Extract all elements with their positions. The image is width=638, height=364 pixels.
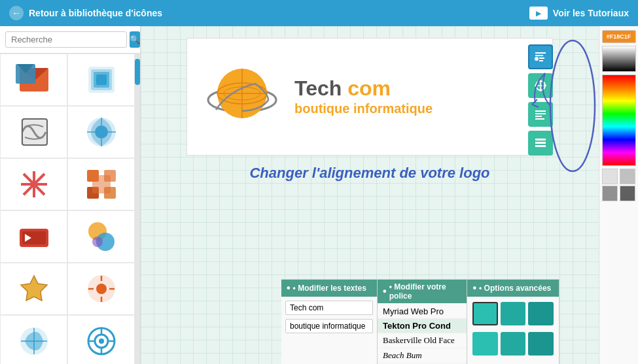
font-section-header: • Modifier votre police <box>378 280 467 303</box>
palette-swatch-2[interactable] <box>620 169 635 184</box>
main-area: 🔍 <box>0 26 638 364</box>
canvas-instruction: Changer l'alignement de votre logo <box>249 165 489 182</box>
logo-title: Tech com <box>294 78 433 99</box>
list-item[interactable] <box>0 106 67 158</box>
back-arrow-icon: ← <box>9 6 24 20</box>
logo-image <box>203 58 281 136</box>
palette-swatch-1[interactable] <box>602 169 618 184</box>
color-swatch-3[interactable] <box>528 302 554 325</box>
list-item[interactable] <box>67 54 135 106</box>
color-swatch-1[interactable] <box>472 302 498 325</box>
svg-rect-55 <box>535 139 546 141</box>
list-item[interactable] <box>67 315 135 364</box>
canvas-card: Tech com boutique informatique <box>186 38 553 156</box>
align-btn-4[interactable] <box>528 131 553 156</box>
header: ← Retour à bibliothèque d'icônes Voir le… <box>0 0 638 26</box>
align-btn-2[interactable] <box>528 73 553 98</box>
color-swatch-6[interactable] <box>528 332 554 356</box>
svg-rect-53 <box>535 116 542 117</box>
tutorial-button[interactable]: Voir les Tutoriaux <box>529 7 629 20</box>
color-swatch-2[interactable] <box>501 302 526 325</box>
color-gradient-bw[interactable] <box>602 46 636 72</box>
color-swatch-palette <box>602 169 636 201</box>
font-item-myriad[interactable]: Myriad Web Pro <box>378 305 467 319</box>
search-button[interactable]: 🔍 <box>130 31 140 48</box>
svg-point-42 <box>550 41 595 171</box>
tutorial-label: Voir les Tutoriaux <box>553 8 629 18</box>
svg-point-28 <box>92 237 103 247</box>
svg-rect-7 <box>96 74 107 85</box>
advanced-section: • Options avancées <box>467 280 559 364</box>
align-btn-1[interactable] <box>528 44 553 69</box>
svg-rect-57 <box>535 145 546 147</box>
align-btn-3[interactable] <box>528 102 553 127</box>
svg-rect-43 <box>535 52 546 54</box>
svg-point-35 <box>99 339 104 344</box>
color-spectrum[interactable] <box>602 74 636 166</box>
search-input[interactable] <box>5 31 127 48</box>
svg-rect-56 <box>535 142 546 144</box>
icon-list-container <box>0 54 140 364</box>
list-item[interactable] <box>67 210 135 263</box>
advanced-section-header: • Options avancées <box>467 280 559 297</box>
text-editor-section: • Modifier les textes <box>281 280 378 364</box>
font-list[interactable]: Myriad Web Pro Tekton Pro Cond Baskervil… <box>378 303 467 364</box>
list-item[interactable] <box>0 263 67 315</box>
bottom-panel: • Modifier les textes • Modifier votre p… <box>281 279 559 364</box>
text-field-2[interactable] <box>285 319 373 333</box>
svg-rect-46 <box>539 58 544 59</box>
list-item[interactable] <box>67 263 135 315</box>
text-section-header: • Modifier les textes <box>281 280 377 297</box>
color-swatch-4[interactable] <box>472 332 498 356</box>
list-item[interactable] <box>67 106 135 158</box>
logo-title-main: Tech <box>294 76 347 100</box>
color-panel: #F18C1F <box>599 26 638 364</box>
svg-rect-52 <box>535 113 546 114</box>
list-item[interactable] <box>67 158 135 210</box>
svg-rect-54 <box>535 118 544 120</box>
palette-swatch-4[interactable] <box>620 186 635 201</box>
font-item-tekton[interactable]: Tekton Pro Cond <box>378 319 467 333</box>
text-inputs <box>281 297 377 364</box>
svg-rect-47 <box>539 60 543 61</box>
list-item[interactable] <box>0 210 67 263</box>
logo-title-highlight: com <box>347 76 391 100</box>
font-item-baskerville[interactable]: Baskerville Old Face <box>378 333 467 348</box>
list-item[interactable] <box>0 54 67 106</box>
canvas-wrapper: Tech com boutique informatique <box>141 26 599 364</box>
logo-subtitle: boutique informatique <box>294 101 433 116</box>
svg-rect-51 <box>535 110 546 112</box>
icon-scrollbar[interactable] <box>135 54 140 364</box>
list-item[interactable] <box>0 315 67 364</box>
icon-grid <box>0 54 135 364</box>
video-icon <box>529 7 548 20</box>
color-swatch-5[interactable] <box>501 332 526 356</box>
icon-scrollbar-thumb <box>135 59 140 85</box>
text-field-1[interactable] <box>285 301 373 315</box>
palette-swatch-3[interactable] <box>602 186 618 201</box>
back-label: Retour à bibliothèque d'icônes <box>29 8 162 18</box>
font-item-beach-bum[interactable]: Beach Bum <box>378 348 467 363</box>
logo-text-area: Tech com boutique informatique <box>294 78 433 116</box>
alignment-panel <box>528 44 553 156</box>
back-button[interactable]: ← Retour à bibliothèque d'icônes <box>9 6 162 20</box>
svg-rect-44 <box>535 55 543 56</box>
search-bar: 🔍 <box>0 26 140 54</box>
list-item[interactable] <box>0 158 67 210</box>
svg-point-45 <box>535 57 539 61</box>
svg-rect-22 <box>92 175 111 193</box>
icon-sidebar: 🔍 <box>0 26 141 364</box>
font-section: • Modifier votre police Myriad Web Pro T… <box>378 280 467 364</box>
color-hex-display[interactable]: #F18C1F <box>602 30 636 43</box>
color-swatches-grid <box>467 297 559 364</box>
